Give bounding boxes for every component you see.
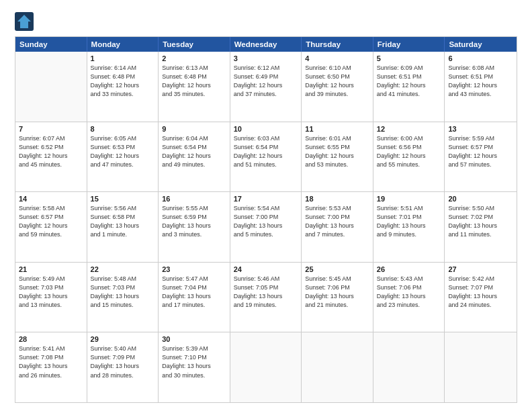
calendar-cell: 2Sunrise: 6:13 AM Sunset: 6:48 PM Daylig… <box>159 52 230 122</box>
header <box>15 12 517 31</box>
day-info: Sunrise: 5:58 AM Sunset: 6:57 PM Dayligh… <box>19 204 83 239</box>
day-info: Sunrise: 6:01 AM Sunset: 6:55 PM Dayligh… <box>305 134 369 169</box>
calendar-week: 7Sunrise: 6:07 AM Sunset: 6:52 PM Daylig… <box>15 122 517 192</box>
calendar-cell: 13Sunrise: 5:59 AM Sunset: 6:57 PM Dayli… <box>445 122 517 192</box>
day-number: 22 <box>91 265 155 273</box>
day-info: Sunrise: 5:48 AM Sunset: 7:03 PM Dayligh… <box>91 275 155 310</box>
day-info: Sunrise: 6:09 AM Sunset: 6:51 PM Dayligh… <box>377 64 441 99</box>
calendar-cell <box>230 332 302 402</box>
calendar-cell: 5Sunrise: 6:09 AM Sunset: 6:51 PM Daylig… <box>373 52 445 122</box>
day-number: 6 <box>448 54 513 62</box>
day-info: Sunrise: 6:14 AM Sunset: 6:48 PM Dayligh… <box>91 64 155 99</box>
calendar-cell: 3Sunrise: 6:12 AM Sunset: 6:49 PM Daylig… <box>230 52 302 122</box>
day-info: Sunrise: 5:50 AM Sunset: 7:02 PM Dayligh… <box>448 204 513 239</box>
calendar-cell: 20Sunrise: 5:50 AM Sunset: 7:02 PM Dayli… <box>445 192 517 262</box>
calendar-header-cell: Wednesday <box>230 37 302 52</box>
day-number: 25 <box>305 265 369 273</box>
calendar-cell: 22Sunrise: 5:48 AM Sunset: 7:03 PM Dayli… <box>87 263 159 332</box>
calendar-cell: 8Sunrise: 6:05 AM Sunset: 6:53 PM Daylig… <box>87 122 159 192</box>
calendar-cell: 4Sunrise: 6:10 AM Sunset: 6:50 PM Daylig… <box>302 52 373 122</box>
day-info: Sunrise: 6:10 AM Sunset: 6:50 PM Dayligh… <box>305 64 369 99</box>
calendar-header-cell: Saturday <box>445 37 517 52</box>
calendar-header-cell: Tuesday <box>159 37 230 52</box>
day-number: 16 <box>162 195 226 203</box>
calendar-cell: 27Sunrise: 5:42 AM Sunset: 7:07 PM Dayli… <box>445 263 517 332</box>
calendar: SundayMondayTuesdayWednesdayThursdayFrid… <box>15 36 517 403</box>
calendar-cell: 9Sunrise: 6:04 AM Sunset: 6:54 PM Daylig… <box>159 122 230 192</box>
calendar-cell: 29Sunrise: 5:40 AM Sunset: 7:09 PM Dayli… <box>87 332 159 402</box>
calendar-cell <box>445 332 517 402</box>
day-info: Sunrise: 5:47 AM Sunset: 7:04 PM Dayligh… <box>162 275 226 310</box>
calendar-header-cell: Sunday <box>15 37 87 52</box>
day-number: 5 <box>377 54 441 62</box>
day-info: Sunrise: 5:39 AM Sunset: 7:10 PM Dayligh… <box>162 345 226 379</box>
day-info: Sunrise: 6:07 AM Sunset: 6:52 PM Dayligh… <box>19 134 83 169</box>
day-number: 20 <box>448 195 513 203</box>
day-number: 12 <box>377 125 441 133</box>
calendar-header-row: SundayMondayTuesdayWednesdayThursdayFrid… <box>15 37 517 52</box>
day-info: Sunrise: 5:42 AM Sunset: 7:07 PM Dayligh… <box>448 275 513 310</box>
day-number: 1 <box>91 54 155 62</box>
calendar-cell: 18Sunrise: 5:53 AM Sunset: 7:00 PM Dayli… <box>302 192 373 262</box>
logo-icon <box>15 12 34 31</box>
day-number: 2 <box>162 54 226 62</box>
calendar-cell: 30Sunrise: 5:39 AM Sunset: 7:10 PM Dayli… <box>159 332 230 402</box>
day-number: 8 <box>91 125 155 133</box>
day-number: 4 <box>305 54 369 62</box>
day-info: Sunrise: 5:55 AM Sunset: 6:59 PM Dayligh… <box>162 204 226 239</box>
day-info: Sunrise: 6:12 AM Sunset: 6:49 PM Dayligh… <box>234 64 298 99</box>
day-number: 7 <box>19 125 83 133</box>
day-info: Sunrise: 5:40 AM Sunset: 7:09 PM Dayligh… <box>91 345 155 379</box>
logo <box>15 12 36 31</box>
day-info: Sunrise: 6:04 AM Sunset: 6:54 PM Dayligh… <box>162 134 226 169</box>
calendar-week: 1Sunrise: 6:14 AM Sunset: 6:48 PM Daylig… <box>15 52 517 122</box>
day-number: 19 <box>377 195 441 203</box>
day-info: Sunrise: 6:05 AM Sunset: 6:53 PM Dayligh… <box>91 134 155 169</box>
calendar-cell: 14Sunrise: 5:58 AM Sunset: 6:57 PM Dayli… <box>15 192 87 262</box>
calendar-cell: 15Sunrise: 5:56 AM Sunset: 6:58 PM Dayli… <box>87 192 159 262</box>
day-info: Sunrise: 6:03 AM Sunset: 6:54 PM Dayligh… <box>234 134 298 169</box>
day-number: 10 <box>234 125 298 133</box>
calendar-week: 28Sunrise: 5:41 AM Sunset: 7:08 PM Dayli… <box>15 332 517 402</box>
day-info: Sunrise: 5:43 AM Sunset: 7:06 PM Dayligh… <box>377 275 441 310</box>
calendar-cell: 25Sunrise: 5:45 AM Sunset: 7:06 PM Dayli… <box>302 263 373 332</box>
day-info: Sunrise: 5:41 AM Sunset: 7:08 PM Dayligh… <box>19 345 83 379</box>
page: SundayMondayTuesdayWednesdayThursdayFrid… <box>0 0 532 411</box>
day-info: Sunrise: 5:59 AM Sunset: 6:57 PM Dayligh… <box>448 134 513 169</box>
day-info: Sunrise: 6:00 AM Sunset: 6:56 PM Dayligh… <box>377 134 441 169</box>
day-info: Sunrise: 6:08 AM Sunset: 6:51 PM Dayligh… <box>448 64 513 99</box>
calendar-cell: 7Sunrise: 6:07 AM Sunset: 6:52 PM Daylig… <box>15 122 87 192</box>
day-number: 17 <box>234 195 298 203</box>
calendar-cell <box>15 52 87 122</box>
day-number: 27 <box>448 265 513 273</box>
day-info: Sunrise: 5:54 AM Sunset: 7:00 PM Dayligh… <box>234 204 298 239</box>
calendar-cell: 10Sunrise: 6:03 AM Sunset: 6:54 PM Dayli… <box>230 122 302 192</box>
day-number: 23 <box>162 265 226 273</box>
day-number: 30 <box>162 335 226 343</box>
calendar-header-cell: Thursday <box>302 37 373 52</box>
calendar-cell: 24Sunrise: 5:46 AM Sunset: 7:05 PM Dayli… <box>230 263 302 332</box>
day-number: 15 <box>91 195 155 203</box>
calendar-cell: 11Sunrise: 6:01 AM Sunset: 6:55 PM Dayli… <box>302 122 373 192</box>
day-info: Sunrise: 5:45 AM Sunset: 7:06 PM Dayligh… <box>305 275 369 310</box>
calendar-week: 14Sunrise: 5:58 AM Sunset: 6:57 PM Dayli… <box>15 191 517 262</box>
calendar-cell: 17Sunrise: 5:54 AM Sunset: 7:00 PM Dayli… <box>230 192 302 262</box>
day-number: 21 <box>19 265 83 273</box>
day-number: 24 <box>234 265 298 273</box>
day-number: 26 <box>377 265 441 273</box>
calendar-week: 21Sunrise: 5:49 AM Sunset: 7:03 PM Dayli… <box>15 262 517 332</box>
day-number: 18 <box>305 195 369 203</box>
calendar-body: 1Sunrise: 6:14 AM Sunset: 6:48 PM Daylig… <box>15 52 517 402</box>
calendar-cell <box>373 332 445 402</box>
calendar-header-cell: Monday <box>87 37 159 52</box>
calendar-cell: 26Sunrise: 5:43 AM Sunset: 7:06 PM Dayli… <box>373 263 445 332</box>
day-number: 13 <box>448 125 513 133</box>
calendar-cell: 12Sunrise: 6:00 AM Sunset: 6:56 PM Dayli… <box>373 122 445 192</box>
calendar-cell: 19Sunrise: 5:51 AM Sunset: 7:01 PM Dayli… <box>373 192 445 262</box>
day-number: 14 <box>19 195 83 203</box>
calendar-cell <box>302 332 373 402</box>
day-info: Sunrise: 5:53 AM Sunset: 7:00 PM Dayligh… <box>305 204 369 239</box>
calendar-header-cell: Friday <box>373 37 445 52</box>
day-info: Sunrise: 5:56 AM Sunset: 6:58 PM Dayligh… <box>91 204 155 239</box>
day-number: 29 <box>91 335 155 343</box>
